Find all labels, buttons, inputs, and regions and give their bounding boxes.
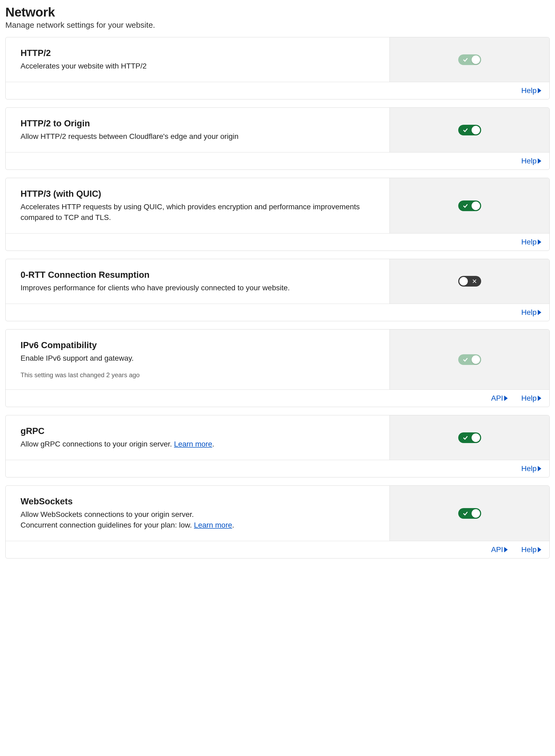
card-grpc: gRPC Allow gRPC connections to your orig…	[5, 415, 550, 477]
card-websockets: WebSockets Allow WebSockets connections …	[5, 486, 550, 558]
card-http3: HTTP/3 (with QUIC) Accelerates HTTP requ…	[5, 178, 550, 251]
chevron-right-icon	[538, 88, 542, 93]
toggle-knob	[472, 55, 480, 64]
setting-desc: Allow gRPC connections to your origin se…	[20, 439, 375, 449]
setting-desc: Enable IPv6 support and gateway.	[20, 353, 375, 363]
check-icon	[463, 510, 468, 516]
api-label: API	[491, 394, 503, 403]
chevron-right-icon	[538, 395, 542, 401]
setting-desc: Accelerates HTTP requests by using QUIC,…	[20, 202, 375, 222]
toggle-knob	[472, 509, 480, 518]
setting-title: HTTP/2	[20, 48, 375, 58]
setting-title: WebSockets	[20, 496, 375, 506]
check-icon	[463, 127, 468, 133]
help-link[interactable]: Help	[521, 394, 542, 403]
toggle-knob	[472, 202, 480, 210]
toggle-http2-origin[interactable]	[458, 125, 481, 135]
check-icon	[463, 435, 468, 440]
chevron-right-icon	[538, 239, 542, 245]
svg-marker-8	[538, 466, 541, 471]
svg-marker-2	[538, 239, 541, 245]
setting-desc-line1: Allow WebSockets connections to your ori…	[20, 509, 375, 519]
chevron-right-icon	[538, 466, 542, 471]
toggle-http3[interactable]	[458, 201, 481, 211]
setting-title: gRPC	[20, 426, 375, 436]
check-icon	[463, 203, 468, 209]
api-link[interactable]: API	[491, 545, 508, 554]
check-icon	[463, 357, 468, 363]
svg-marker-10	[538, 547, 541, 552]
toggle-knob	[472, 355, 480, 364]
chevron-right-icon	[538, 310, 542, 315]
help-label: Help	[521, 86, 537, 95]
help-label: Help	[521, 308, 537, 317]
setting-title: HTTP/3 (with QUIC)	[20, 189, 375, 199]
api-label: API	[491, 545, 503, 554]
svg-marker-9	[504, 547, 508, 552]
toggle-ipv6	[458, 354, 481, 365]
card-http2: HTTP/2 Accelerates your website with HTT…	[5, 37, 550, 99]
help-link[interactable]: Help	[521, 464, 542, 473]
desc-post: .	[232, 521, 234, 529]
api-link[interactable]: API	[491, 394, 508, 403]
help-link[interactable]: Help	[521, 238, 542, 246]
svg-marker-7	[538, 395, 541, 401]
desc-pre: Concurrent connection guidelines for you…	[20, 521, 194, 529]
setting-desc: Allow HTTP/2 requests between Cloudflare…	[20, 131, 375, 141]
toggle-0rtt[interactable]	[458, 276, 481, 287]
learn-more-link[interactable]: Learn more	[194, 521, 232, 529]
x-icon	[472, 279, 477, 284]
learn-more-link[interactable]: Learn more	[174, 440, 212, 448]
toggle-websockets[interactable]	[458, 508, 481, 519]
help-label: Help	[521, 545, 537, 554]
desc-post: .	[212, 440, 214, 448]
setting-desc: Accelerates your website with HTTP/2	[20, 61, 375, 71]
setting-title: 0-RTT Connection Resumption	[20, 270, 375, 280]
help-label: Help	[521, 157, 537, 165]
help-link[interactable]: Help	[521, 545, 542, 554]
chevron-right-icon	[538, 547, 542, 552]
check-icon	[463, 57, 468, 62]
card-0rtt: 0-RTT Connection Resumption Improves per…	[5, 259, 550, 321]
chevron-right-icon	[504, 547, 508, 552]
help-label: Help	[521, 394, 537, 403]
help-label: Help	[521, 238, 537, 246]
help-link[interactable]: Help	[521, 308, 542, 317]
toggle-knob	[472, 433, 480, 442]
svg-marker-5	[538, 310, 541, 315]
card-ipv6: IPv6 Compatibility Enable IPv6 support a…	[5, 329, 550, 407]
help-link[interactable]: Help	[521, 157, 542, 165]
setting-desc-line2: Concurrent connection guidelines for you…	[20, 520, 375, 530]
setting-title: HTTP/2 to Origin	[20, 118, 375, 128]
chevron-right-icon	[538, 158, 542, 164]
svg-marker-6	[504, 395, 508, 401]
help-label: Help	[521, 464, 537, 473]
setting-title: IPv6 Compatibility	[20, 340, 375, 350]
svg-marker-1	[538, 158, 541, 164]
help-link[interactable]: Help	[521, 86, 542, 95]
desc-pre: Allow gRPC connections to your origin se…	[20, 440, 174, 448]
card-http2-origin: HTTP/2 to Origin Allow HTTP/2 requests b…	[5, 108, 550, 170]
page-title: Network	[5, 5, 550, 19]
toggle-knob	[472, 126, 480, 134]
setting-desc: Improves performance for clients who hav…	[20, 283, 375, 293]
page-subtitle: Manage network settings for your website…	[5, 20, 550, 30]
svg-marker-0	[538, 88, 541, 93]
chevron-right-icon	[504, 395, 508, 401]
toggle-grpc[interactable]	[458, 432, 481, 443]
setting-meta: This setting was last changed 2 years ag…	[20, 371, 375, 379]
toggle-knob	[459, 277, 468, 286]
toggle-http2	[458, 54, 481, 65]
